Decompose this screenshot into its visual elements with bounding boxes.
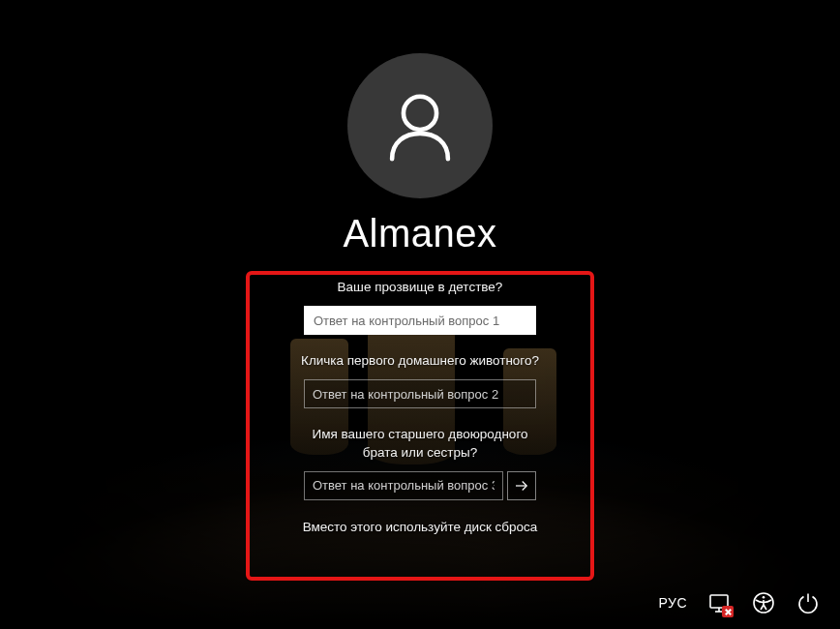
submit-button[interactable] bbox=[507, 471, 536, 500]
ease-of-access-button[interactable] bbox=[751, 590, 776, 615]
network-button[interactable] bbox=[706, 590, 732, 615]
close-icon bbox=[724, 608, 733, 616]
power-button[interactable] bbox=[795, 590, 821, 615]
svg-point-8 bbox=[763, 596, 765, 599]
svg-point-0 bbox=[404, 97, 436, 130]
answer-2-input[interactable] bbox=[304, 379, 536, 408]
svg-line-11 bbox=[764, 605, 766, 610]
answer-1-input[interactable] bbox=[304, 306, 536, 335]
power-icon bbox=[796, 591, 820, 614]
arrow-right-icon bbox=[513, 477, 530, 494]
answer-3-input[interactable] bbox=[304, 471, 503, 500]
ease-of-access-icon bbox=[752, 591, 775, 614]
question-1-label: Ваше прозвище в детстве? bbox=[338, 279, 503, 296]
question-2-label: Кличка первого домашнего животного? bbox=[301, 352, 539, 370]
question-3-label: Имя вашего старшего двоюродного брата ил… bbox=[294, 426, 546, 461]
security-questions-panel: Ваше прозвище в детстве? Кличка первого … bbox=[265, 279, 575, 534]
network-disconnected-badge bbox=[722, 606, 734, 617]
user-icon bbox=[379, 85, 461, 166]
login-taskbar: РУС bbox=[658, 590, 821, 615]
login-column: Almanex Ваше прозвище в детстве? Кличка … bbox=[246, 53, 594, 534]
username: Almanex bbox=[343, 212, 496, 255]
language-indicator[interactable]: РУС bbox=[658, 595, 687, 611]
use-reset-disk-link[interactable]: Вместо этого используйте диск сброса bbox=[303, 520, 538, 534]
user-avatar bbox=[347, 53, 493, 198]
